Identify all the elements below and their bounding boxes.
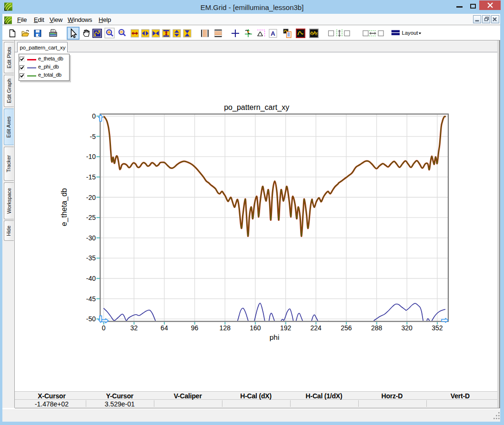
svg-text:-20: -20 — [86, 194, 96, 201]
svg-text:128: 128 — [220, 324, 231, 332]
svg-text:224: 224 — [311, 324, 322, 332]
svg-text:A: A — [271, 30, 275, 37]
svg-text:288: 288 — [371, 324, 383, 332]
svg-text:96: 96 — [191, 324, 199, 332]
svg-text:0: 0 — [102, 324, 106, 332]
svg-text:192: 192 — [280, 324, 292, 332]
svg-text:-35: -35 — [86, 254, 96, 262]
svg-text:-50: -50 — [86, 315, 96, 323]
svg-text:-10: -10 — [86, 153, 96, 160]
svg-text:-15: -15 — [86, 173, 96, 181]
svg-text:-25: -25 — [86, 214, 96, 221]
svg-text:256: 256 — [341, 324, 352, 332]
svg-text:160: 160 — [250, 324, 261, 332]
svg-text:64: 64 — [161, 324, 168, 332]
svg-text:352: 352 — [432, 324, 443, 332]
svg-text:320: 320 — [402, 324, 413, 332]
svg-text:-30: -30 — [86, 234, 96, 242]
svg-text:0: 0 — [92, 112, 96, 120]
svg-text:-5: -5 — [90, 133, 96, 140]
svg-text:e_theta_db: e_theta_db — [60, 188, 69, 226]
svg-text:-45: -45 — [86, 295, 96, 303]
svg-text:32: 32 — [131, 324, 138, 332]
svg-text:phi: phi — [270, 333, 280, 341]
svg-text:Layout: Layout — [402, 30, 419, 36]
svg-text:-40: -40 — [86, 275, 96, 282]
svg-text:po_pattern_cart_xy: po_pattern_cart_xy — [224, 103, 289, 112]
